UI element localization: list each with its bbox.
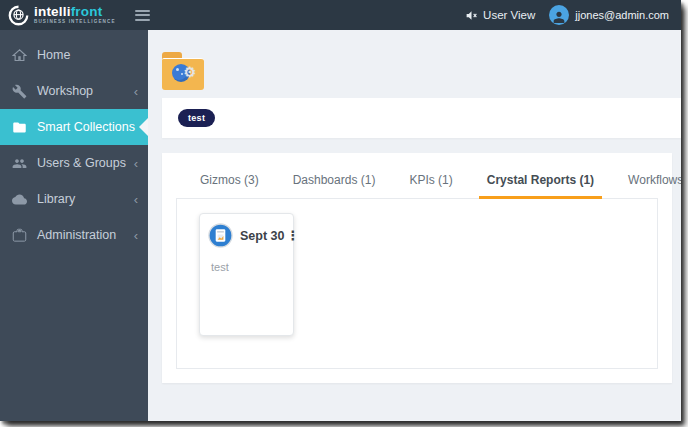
- sidebar-item-label: Workshop: [37, 84, 93, 98]
- chevron-left-icon: ‹: [134, 193, 138, 206]
- home-icon: [12, 48, 27, 63]
- menu-toggle-icon[interactable]: [132, 7, 153, 24]
- top-bar: intellifront BUSINESS INTELLIGENCE User …: [0, 0, 681, 30]
- sidebar-item-label: Home: [37, 48, 70, 62]
- report-title: Sept 30: [240, 229, 284, 243]
- sidebar-item-home[interactable]: Home: [0, 37, 148, 73]
- chevron-left-icon: ‹: [134, 157, 138, 170]
- sidebar-item-users-groups[interactable]: Users & Groups ‹: [0, 145, 148, 181]
- avatar: [549, 5, 569, 25]
- chevron-left-icon: ‹: [134, 85, 138, 98]
- tab-content: Sept 30 ⋮ test: [176, 198, 658, 369]
- collection-folder-icon[interactable]: ⚙: [162, 52, 204, 90]
- topbar-right: User View jjones@admin.com: [465, 5, 669, 25]
- user-view-button[interactable]: User View: [465, 9, 535, 22]
- users-icon: [12, 156, 27, 171]
- sidebar-item-workshop[interactable]: Workshop ‹: [0, 73, 148, 109]
- tab-crystal-reports[interactable]: Crystal Reports (1): [485, 163, 596, 197]
- breadcrumb-bar: test: [162, 98, 681, 138]
- tab-kpis[interactable]: KPIs (1): [407, 163, 454, 197]
- collection-badge[interactable]: test: [178, 109, 215, 127]
- logo-subtitle: BUSINESS INTELLIGENCE: [34, 20, 116, 25]
- sidebar-item-library[interactable]: Library ‹: [0, 181, 148, 217]
- briefcase-icon: [12, 228, 27, 243]
- wrench-icon: [12, 84, 27, 99]
- sidebar-item-administration[interactable]: Administration ‹: [0, 217, 148, 253]
- collection-panel: Gizmos (3) Dashboards (1) KPIs (1) Cryst…: [162, 153, 672, 383]
- main-content: ⚙ test Gizmos (3) Dashboards (1) KPIs (1…: [148, 30, 681, 421]
- logo-text: intellifront BUSINESS INTELLIGENCE: [34, 5, 116, 25]
- app-window: intellifront BUSINESS INTELLIGENCE User …: [0, 0, 681, 421]
- app-logo[interactable]: intellifront BUSINESS INTELLIGENCE: [8, 5, 116, 26]
- user-view-label: User View: [483, 9, 535, 21]
- sidebar-item-label: Smart Collections: [37, 120, 135, 134]
- sidebar-item-label: Administration: [37, 228, 116, 242]
- sidebar-item-label: Library: [37, 192, 75, 206]
- report-description: test: [211, 261, 285, 273]
- chevron-left-icon: ‹: [134, 229, 138, 242]
- account-menu[interactable]: jjones@admin.com: [549, 5, 669, 25]
- cloud-icon: [12, 192, 27, 207]
- logo-title-accent: front: [71, 4, 103, 19]
- folder-icon: [12, 120, 27, 135]
- tab-dashboards[interactable]: Dashboards (1): [291, 163, 378, 197]
- sidebar: Home Workshop ‹ Smart Collections Users …: [0, 30, 148, 421]
- logo-title-primary: intelli: [34, 4, 71, 19]
- crystal-report-icon: [208, 223, 233, 248]
- sidebar-item-smart-collections[interactable]: Smart Collections: [0, 109, 148, 145]
- tab-gizmos[interactable]: Gizmos (3): [198, 163, 261, 197]
- person-icon: [551, 9, 567, 25]
- user-email: jjones@admin.com: [575, 9, 669, 21]
- tab-bar: Gizmos (3) Dashboards (1) KPIs (1) Cryst…: [176, 162, 658, 198]
- smart-collection-globe-gear-icon: ⚙: [172, 63, 194, 85]
- sidebar-item-label: Users & Groups: [37, 156, 126, 170]
- tab-workflows[interactable]: Workflows (1): [626, 163, 681, 197]
- kebab-menu-icon[interactable]: ⋮: [284, 228, 301, 243]
- globe-logo-icon: [8, 5, 29, 26]
- user-view-icon: [465, 9, 478, 22]
- report-card[interactable]: Sept 30 ⋮ test: [199, 213, 294, 336]
